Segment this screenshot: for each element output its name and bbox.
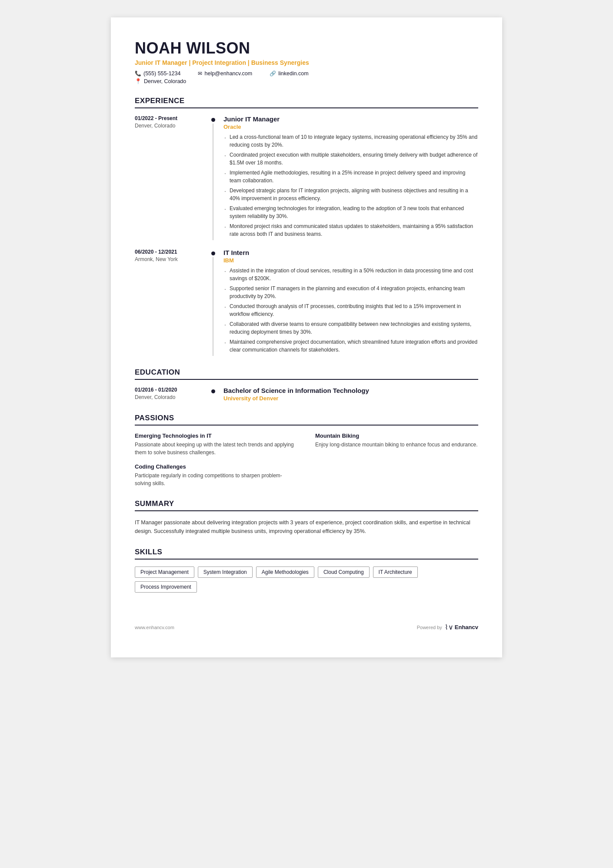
exp-left-1: 01/2022 - Present Denver, Colorado <box>135 115 209 240</box>
edu-dot-1 <box>211 389 215 393</box>
logo-brand-name: Enhancv <box>455 624 478 630</box>
passion-title-2: Mountain Biking <box>315 432 478 439</box>
powered-by-text: Powered by <box>417 625 442 630</box>
experience-entry-1: 01/2022 - Present Denver, Colorado Junio… <box>135 115 478 240</box>
exp-line-2 <box>213 257 213 356</box>
phone-number: (555) 555-1234 <box>143 70 180 77</box>
bullet-2-1: Assisted in the integration of cloud ser… <box>223 267 478 282</box>
experience-section-title: EXPERIENCE <box>135 97 478 108</box>
bullet-1-3: Implemented Agile methodologies, resulti… <box>223 169 478 184</box>
bullet-1-2: Coordinated project execution with multi… <box>223 151 478 167</box>
edu-degree-1: Bachelor of Science in Information Techn… <box>223 387 478 394</box>
passion-item-3: Coding Challenges Participate regularly … <box>135 463 298 487</box>
exp-date-2: 06/2020 - 12/2021 <box>135 249 204 255</box>
skills-section-title: SKILLS <box>135 548 478 560</box>
exp-company-1: Oracle <box>223 124 478 130</box>
skills-section: SKILLS Project Management System Integra… <box>135 548 478 593</box>
exp-role-2: IT Intern <box>223 249 478 256</box>
exp-divider-1 <box>209 115 217 240</box>
passions-section: PASSIONS Emerging Technologies in IT Pas… <box>135 414 478 487</box>
summary-section-title: SUMMARY <box>135 499 478 511</box>
exp-bullets-1: Led a cross-functional team of 10 to int… <box>223 133 478 238</box>
edu-divider-1 <box>209 387 217 402</box>
exp-line-1 <box>213 124 213 240</box>
edu-date-1: 01/2016 - 01/2020 <box>135 387 204 393</box>
contact-row: 📞 (555) 555-1234 ✉ help@enhancv.com 🔗 li… <box>135 70 478 77</box>
passion-desc-2: Enjoy long-distance mountain biking to e… <box>315 441 478 449</box>
bullet-2-2: Supported senior IT managers in the plan… <box>223 285 478 300</box>
education-entry-1: 01/2016 - 01/2020 Denver, Colorado Bache… <box>135 387 478 402</box>
bullet-1-4: Developed strategic plans for IT integra… <box>223 187 478 202</box>
exp-date-1: 01/2022 - Present <box>135 115 204 121</box>
email-icon: ✉ <box>198 70 202 77</box>
exp-dot-2 <box>211 251 215 255</box>
skill-badge-6: Process Improvement <box>135 581 197 593</box>
bullet-2-4: Collaborated with diverse teams to ensur… <box>223 320 478 336</box>
footer-website: www.enhancv.com <box>135 625 174 630</box>
summary-text: IT Manager passionate about delivering i… <box>135 518 478 536</box>
phone-icon: 📞 <box>135 70 141 77</box>
enhancv-logo: ⌇∨ Enhancv <box>445 623 478 631</box>
exp-company-2: IBM <box>223 257 478 264</box>
bullet-2-3: Conducted thorough analysis of IT proces… <box>223 302 478 318</box>
skills-container: Project Management System Integration Ag… <box>135 566 478 593</box>
location-row: 📍 Denver, Colorado <box>135 78 478 84</box>
exp-divider-2 <box>209 249 217 356</box>
skill-badge-4: Cloud Computing <box>318 566 370 578</box>
experience-entry-2: 06/2020 - 12/2021 Armonk, New York IT In… <box>135 249 478 356</box>
passion-desc-3: Participate regularly in coding competit… <box>135 472 298 487</box>
exp-right-1: Junior IT Manager Oracle Led a cross-fun… <box>217 115 478 240</box>
skill-badge-5: IT Architecture <box>373 566 418 578</box>
email-item: ✉ help@enhancv.com <box>198 70 252 77</box>
passion-desc-1: Passionate about keeping up with the lat… <box>135 441 298 456</box>
exp-dot-1 <box>211 118 215 122</box>
skill-badge-1: Project Management <box>135 566 194 578</box>
summary-section: SUMMARY IT Manager passionate about deli… <box>135 499 478 536</box>
passion-title-1: Emerging Technologies in IT <box>135 432 298 439</box>
footer: www.enhancv.com Powered by ⌇∨ Enhancv <box>135 619 478 631</box>
passions-grid: Emerging Technologies in IT Passionate a… <box>135 432 478 487</box>
passions-section-title: PASSIONS <box>135 414 478 426</box>
location-icon: 📍 <box>135 78 142 84</box>
edu-location-1: Denver, Colorado <box>135 394 204 400</box>
linkedin-icon: 🔗 <box>270 70 276 77</box>
header: NOAH WILSON Junior IT Manager | Project … <box>135 39 478 84</box>
bullet-1-6: Monitored project risks and communicated… <box>223 222 478 238</box>
logo-icon: ⌇∨ <box>445 623 453 631</box>
passion-item-1: Emerging Technologies in IT Passionate a… <box>135 432 298 456</box>
skill-badge-2: System Integration <box>198 566 253 578</box>
edu-school-1: University of Denver <box>223 395 478 402</box>
exp-location-1: Denver, Colorado <box>135 123 204 129</box>
linkedin-url: linkedin.com <box>278 70 308 77</box>
passion-item-2: Mountain Biking Enjoy long-distance moun… <box>315 432 478 456</box>
bullet-1-1: Led a cross-functional team of 10 to int… <box>223 133 478 149</box>
candidate-title: Junior IT Manager | Project Integration … <box>135 59 478 66</box>
phone-item: 📞 (555) 555-1234 <box>135 70 180 77</box>
bullet-2-5: Maintained comprehensive project documen… <box>223 338 478 354</box>
exp-left-2: 06/2020 - 12/2021 Armonk, New York <box>135 249 209 356</box>
experience-section: EXPERIENCE 01/2022 - Present Denver, Col… <box>135 97 478 356</box>
bullet-1-5: Evaluated emerging technologies for inte… <box>223 204 478 220</box>
email-address: help@enhancv.com <box>204 70 252 77</box>
education-section: EDUCATION 01/2016 - 01/2020 Denver, Colo… <box>135 368 478 402</box>
edu-right-1: Bachelor of Science in Information Techn… <box>217 387 478 402</box>
edu-left-1: 01/2016 - 01/2020 Denver, Colorado <box>135 387 209 402</box>
exp-location-2: Armonk, New York <box>135 256 204 262</box>
exp-role-1: Junior IT Manager <box>223 115 478 123</box>
candidate-name: NOAH WILSON <box>135 39 478 57</box>
linkedin-item: 🔗 linkedin.com <box>270 70 308 77</box>
footer-brand: Powered by ⌇∨ Enhancv <box>417 623 478 631</box>
passion-title-3: Coding Challenges <box>135 463 298 470</box>
exp-right-2: IT Intern IBM Assisted in the integratio… <box>217 249 478 356</box>
exp-bullets-2: Assisted in the integration of cloud ser… <box>223 267 478 354</box>
education-section-title: EDUCATION <box>135 368 478 380</box>
location-text: Denver, Colorado <box>144 78 186 84</box>
skill-badge-3: Agile Methodologies <box>256 566 314 578</box>
resume-page: NOAH WILSON Junior IT Manager | Project … <box>111 17 502 657</box>
